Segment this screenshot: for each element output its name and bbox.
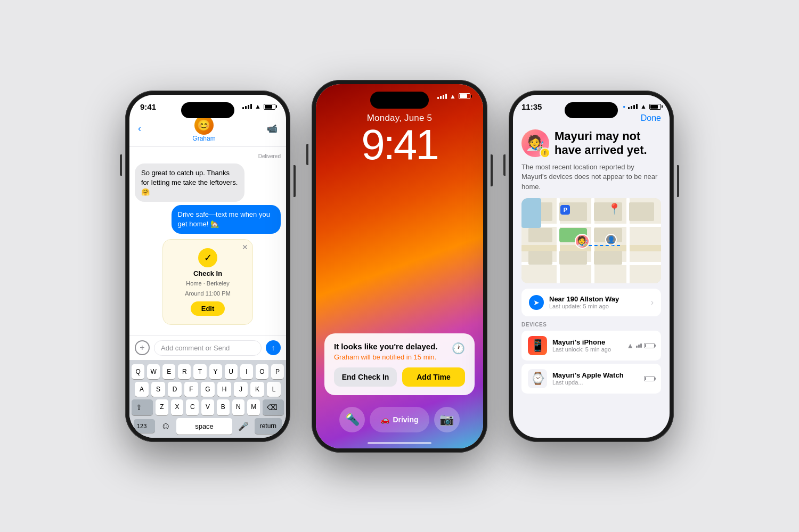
location-info: Near 190 Allston Way Last update: 5 min …: [549, 295, 646, 309]
findmy-map[interactable]: P 🧑‍🎨 📍 👤: [521, 198, 661, 283]
video-call-button[interactable]: 📹: [267, 124, 278, 134]
iphone-battery: [644, 343, 655, 348]
key-d[interactable]: D: [168, 382, 182, 397]
phone-3: 11:35 ● ▲: [509, 91, 674, 442]
key-t[interactable]: T: [193, 364, 206, 379]
bar-4: [250, 104, 252, 109]
watch-device-row: ⌚ Mayuri's Apple Watch Last upda...: [521, 364, 661, 394]
fm-bar-4: [636, 104, 638, 109]
key-s[interactable]: S: [151, 382, 165, 397]
map-block-9: [594, 251, 622, 265]
lock-screen: ▲ Monday, June 5 9:41 🕐 It looks like yo…: [316, 84, 483, 448]
delete-key[interactable]: ⌫: [263, 399, 284, 415]
key-r[interactable]: R: [178, 364, 191, 379]
driving-mode-button[interactable]: 🚗 Driving: [370, 407, 429, 432]
key-p[interactable]: P: [271, 364, 284, 379]
shift-key[interactable]: ⇧: [132, 399, 153, 415]
iphone-name: Mayuri's iPhone: [552, 338, 621, 346]
key-c[interactable]: C: [186, 399, 199, 415]
findmy-battery-fill: [650, 105, 658, 109]
checkin-card: ✕ ✓ Check In Home · Berkeley Around 11:0…: [162, 239, 253, 325]
add-attachment-button[interactable]: +: [135, 340, 150, 355]
key-b[interactable]: B: [217, 399, 230, 415]
key-o[interactable]: O: [256, 364, 268, 379]
add-time-button[interactable]: Add Time: [402, 367, 465, 387]
iphone-info: Mayuri's iPhone Last unlock: 5 min ago: [552, 338, 621, 353]
back-button[interactable]: ‹: [138, 123, 141, 134]
emoji-key[interactable]: ☺: [158, 419, 174, 434]
map-block-4: [629, 202, 654, 221]
key-m[interactable]: M: [247, 399, 260, 415]
lock-battery-fill: [460, 94, 467, 98]
flashlight-button[interactable]: 🔦: [339, 407, 365, 432]
checkin-line1: Home · Berkeley: [186, 280, 229, 287]
map-block-7: [528, 251, 552, 265]
contact-info: 😊 Graham: [192, 116, 215, 142]
findmy-screen: 11:35 ● ▲: [513, 95, 670, 438]
key-y[interactable]: Y: [209, 364, 222, 379]
keyboard-row-3: ⇧ Z X C V B N M ⌫: [132, 399, 284, 415]
watch-battery-fill: [645, 377, 646, 380]
key-q[interactable]: Q: [132, 364, 144, 379]
findmy-status-time: 11:35: [521, 102, 542, 111]
key-k[interactable]: K: [250, 382, 264, 397]
key-x[interactable]: X: [171, 399, 184, 415]
key-e[interactable]: E: [162, 364, 175, 379]
location-chevron-icon: ›: [651, 298, 654, 307]
messages-body: Delivered So great to catch up. Thanks f…: [129, 147, 286, 335]
lock-wifi-icon: ▲: [450, 93, 456, 100]
map-water: [521, 198, 541, 228]
key-w[interactable]: W: [147, 364, 160, 379]
watch-status: [644, 376, 655, 381]
status-time-1: 9:41: [140, 102, 156, 111]
send-button[interactable]: ↑: [266, 340, 281, 355]
contact-name[interactable]: Graham: [192, 135, 215, 142]
key-g[interactable]: G: [201, 382, 215, 397]
key-n[interactable]: N: [232, 399, 245, 415]
message-header: ‹ 😊 Graham 📹: [129, 113, 286, 147]
location-time: Last update: 5 min ago: [549, 303, 646, 309]
l-bar-3: [443, 95, 444, 99]
message-input[interactable]: Add comment or Send: [154, 340, 262, 356]
key-h[interactable]: H: [217, 382, 231, 397]
person-location-pin: 🧑‍🎨: [575, 234, 590, 249]
camera-button[interactable]: 📷: [434, 407, 460, 432]
lock-dock: 🔦 🚗 Driving 📷: [316, 407, 483, 432]
map-grid: P 🧑‍🎨 📍 👤: [521, 198, 661, 283]
devices-section: DEVICES 📱 Mayuri's iPhone Last unlock: 5…: [513, 322, 670, 397]
lock-time: 9:41: [361, 124, 438, 166]
key-l[interactable]: L: [267, 382, 281, 397]
signal-bars-1: [242, 104, 252, 109]
notif-title: It looks like you're delayed.: [334, 342, 465, 351]
findmy-header: 🧑‍🎨 ⚠️ Mayuri may not have arrived yet. …: [513, 125, 670, 198]
checkin-edit-button[interactable]: Edit: [191, 301, 225, 316]
phones-container: 9:41 ▲: [125, 80, 674, 453]
s-bar-3: [640, 343, 642, 348]
key-j[interactable]: J: [234, 382, 248, 397]
mic-key[interactable]: 🎤: [235, 419, 252, 433]
notification-card: 🕐 It looks like you're delayed. Graham w…: [324, 333, 475, 395]
notif-clock-icon: 🕐: [452, 342, 465, 355]
findmy-title-area: Mayuri may not have arrived yet.: [555, 129, 661, 158]
key-u[interactable]: U: [225, 364, 238, 379]
end-checkin-button[interactable]: End Check In: [334, 367, 397, 387]
done-button[interactable]: Done: [641, 113, 661, 123]
key-i[interactable]: I: [240, 364, 253, 379]
checkin-close-icon[interactable]: ✕: [242, 243, 248, 251]
key-f[interactable]: F: [184, 382, 198, 397]
return-key[interactable]: return: [255, 418, 282, 434]
alert-badge: ⚠️: [540, 148, 550, 158]
keyboard-row-1: Q W E R T Y U I O P: [132, 364, 284, 379]
phone-2-screen: ▲ Monday, June 5 9:41 🕐 It looks like yo…: [316, 84, 483, 448]
findmy-battery: [649, 104, 661, 110]
l-bar-2: [440, 96, 442, 99]
numbers-key[interactable]: 123: [134, 419, 155, 433]
key-v[interactable]: V: [201, 399, 214, 415]
key-a[interactable]: A: [135, 382, 149, 397]
iphone-time: Last unlock: 5 min ago: [552, 346, 621, 353]
watch-info: Mayuri's Apple Watch Last upda...: [552, 371, 639, 386]
messages-screen: 9:41 ▲: [129, 95, 286, 438]
space-key[interactable]: space: [176, 418, 232, 435]
location-row[interactable]: ➤ Near 190 Allston Way Last update: 5 mi…: [521, 289, 661, 316]
key-z[interactable]: Z: [156, 399, 168, 415]
